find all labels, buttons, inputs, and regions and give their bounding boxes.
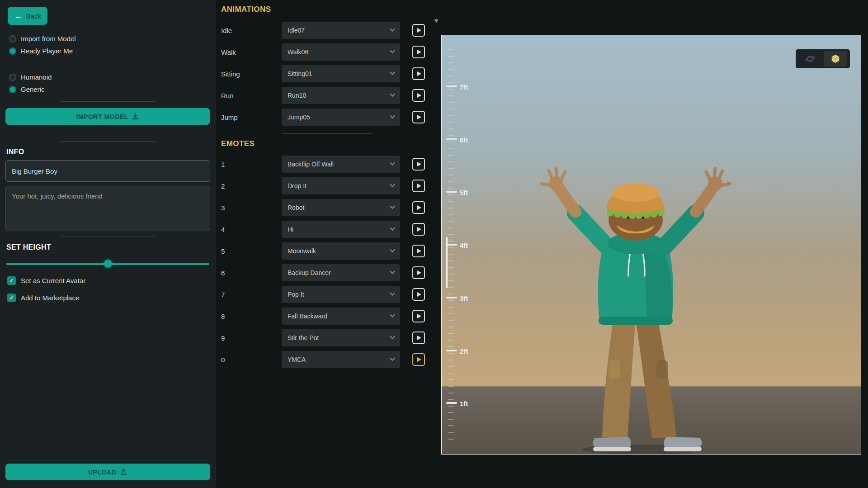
animation-row: 6Backup Dancer bbox=[221, 262, 434, 284]
upload-button-label: UPLOAD bbox=[88, 469, 116, 476]
select-value: Pop It bbox=[288, 291, 304, 298]
animation-select[interactable]: Jump05 bbox=[282, 109, 400, 126]
emote-select[interactable]: Drop It bbox=[282, 177, 400, 194]
row-label: Sitting bbox=[221, 70, 282, 78]
animation-select[interactable]: Run10 bbox=[282, 87, 400, 104]
avatar-viewport[interactable]: 7ft6ft5ft4ft3ft2ft1ft bbox=[441, 35, 861, 455]
ruler-tick-major bbox=[446, 138, 457, 140]
radio-option[interactable]: Import from Model bbox=[9, 35, 210, 43]
play-icon bbox=[417, 357, 421, 362]
height-marker bbox=[446, 237, 448, 288]
chevron-down-icon bbox=[390, 114, 395, 118]
emote-select[interactable]: Moonwalk bbox=[282, 242, 400, 260]
select-value: Jump05 bbox=[288, 114, 310, 121]
animation-select[interactable]: Idle07 bbox=[282, 22, 400, 39]
avatar-description-input[interactable]: Your hot, juicy, delicious friend bbox=[5, 186, 210, 231]
radio-icon bbox=[9, 35, 16, 43]
ruler-tick bbox=[448, 373, 454, 374]
back-button[interactable]: ← Back bbox=[8, 7, 47, 25]
play-button[interactable] bbox=[412, 89, 425, 102]
checkbox-option[interactable]: ✓Set as Current Avatar bbox=[7, 276, 210, 285]
play-button[interactable] bbox=[412, 67, 425, 80]
emote-select[interactable]: Stir the Pot bbox=[282, 329, 400, 346]
ruler-tick bbox=[448, 280, 454, 281]
play-button[interactable] bbox=[412, 24, 425, 37]
ruler-label: 4ft bbox=[460, 242, 468, 249]
emotes-heading: EMOTES bbox=[221, 139, 434, 148]
divider bbox=[60, 141, 156, 142]
play-button[interactable] bbox=[412, 245, 425, 257]
checkbox-label: Add to Marketplace bbox=[21, 294, 79, 302]
avatar-name-input[interactable] bbox=[5, 160, 210, 182]
play-icon bbox=[417, 227, 421, 232]
ruler-tick bbox=[448, 419, 454, 420]
ruler-tick bbox=[448, 208, 454, 208]
row-label: 6 bbox=[221, 269, 282, 277]
radio-option[interactable]: Ready Player Me bbox=[9, 47, 210, 55]
chevron-down-icon bbox=[390, 247, 395, 252]
sidebar: ← Back Import from ModelReady Player Me … bbox=[0, 0, 216, 488]
height-slider-thumb[interactable] bbox=[104, 260, 112, 268]
play-button[interactable] bbox=[412, 266, 425, 279]
emote-select[interactable]: Backflip Off Wall bbox=[282, 156, 400, 173]
play-button[interactable] bbox=[412, 180, 425, 192]
play-button[interactable] bbox=[412, 201, 425, 214]
upload-button[interactable]: UPLOAD bbox=[5, 464, 210, 480]
ruler-tick bbox=[448, 56, 454, 57]
ruler-tick bbox=[448, 102, 454, 103]
play-icon bbox=[417, 249, 421, 253]
rig-options: HumanoidGeneric bbox=[9, 73, 210, 93]
avatar-character bbox=[529, 166, 742, 455]
row-label: 3 bbox=[221, 204, 282, 212]
emote-select[interactable]: Backup Dancer bbox=[282, 264, 400, 281]
animation-select[interactable]: Walk06 bbox=[282, 43, 400, 61]
select-value: Backup Dancer bbox=[288, 269, 331, 276]
ruler-tick bbox=[448, 340, 454, 341]
emote-select[interactable]: Pop It bbox=[282, 286, 400, 303]
chevron-down-icon bbox=[390, 182, 395, 187]
ruler-tick bbox=[448, 201, 454, 202]
ruler-tick bbox=[448, 346, 454, 347]
ruler-tick bbox=[448, 393, 454, 393]
animation-rows: IdleIdle07WalkWalk06SittingSitting01RunR… bbox=[221, 19, 434, 128]
emote-select[interactable]: Robot bbox=[282, 199, 400, 216]
select-value: Sitting01 bbox=[288, 70, 312, 77]
ruler-tick bbox=[448, 161, 454, 162]
play-button[interactable] bbox=[412, 288, 425, 301]
ruler-tick bbox=[448, 142, 454, 142]
animation-select[interactable]: Sitting01 bbox=[282, 65, 400, 82]
height-slider[interactable] bbox=[6, 260, 209, 268]
ruler-tick-major bbox=[446, 244, 457, 246]
ruler-label: 5ft bbox=[460, 189, 468, 196]
play-button[interactable] bbox=[412, 353, 425, 366]
play-button[interactable] bbox=[412, 158, 425, 171]
emote-select[interactable]: YMCA bbox=[282, 351, 400, 368]
chevron-down-icon bbox=[390, 204, 395, 209]
collapse-arrow-icon[interactable]: ▾ bbox=[434, 17, 438, 24]
ruler-tick bbox=[448, 300, 454, 301]
radio-icon bbox=[9, 74, 16, 81]
ruler-tick-major bbox=[446, 191, 457, 193]
play-button[interactable] bbox=[412, 46, 425, 58]
radio-option[interactable]: Generic bbox=[9, 85, 210, 93]
ruler-tick bbox=[448, 135, 454, 136]
radio-option[interactable]: Humanoid bbox=[9, 73, 210, 81]
cube-view-button[interactable] bbox=[824, 51, 847, 66]
ruler-tick bbox=[448, 261, 454, 261]
orbit-button[interactable] bbox=[798, 51, 822, 66]
play-button[interactable] bbox=[412, 223, 425, 236]
ruler-tick bbox=[448, 287, 454, 288]
play-button[interactable] bbox=[412, 111, 425, 123]
import-model-button[interactable]: IMPORT MODEL bbox=[5, 108, 210, 125]
divider bbox=[60, 63, 156, 63]
checkbox-option[interactable]: ✓Add to Marketplace bbox=[7, 294, 210, 302]
chevron-down-icon bbox=[390, 356, 395, 361]
select-value: Walk06 bbox=[288, 48, 308, 56]
emote-select[interactable]: Fall Backward bbox=[282, 308, 400, 325]
emote-select[interactable]: Hi bbox=[282, 221, 400, 238]
play-button[interactable] bbox=[412, 332, 425, 344]
play-button[interactable] bbox=[412, 310, 425, 322]
info-heading: INFO bbox=[6, 148, 210, 156]
animation-row: WalkWalk06 bbox=[221, 41, 434, 63]
animations-heading: ANIMATIONS bbox=[221, 5, 434, 14]
